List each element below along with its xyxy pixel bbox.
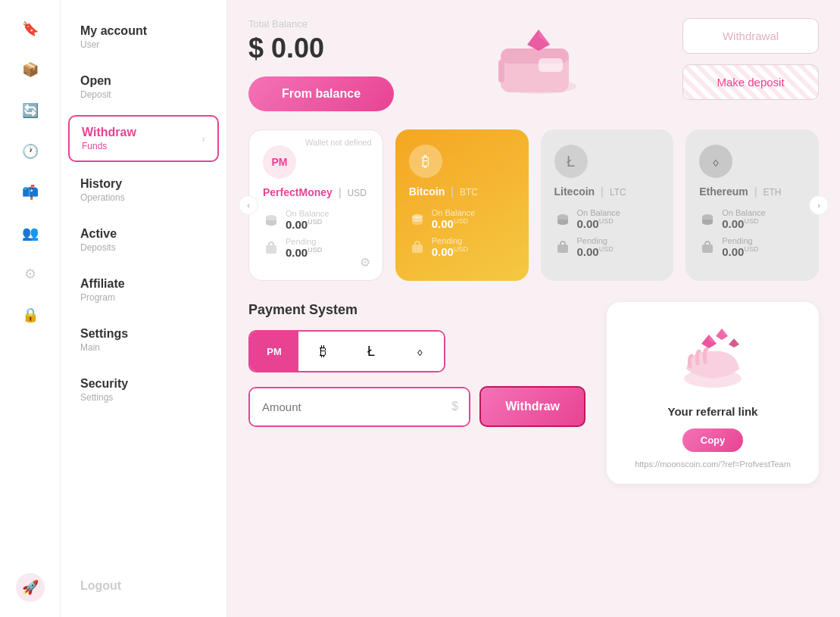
sidebar-icon-refresh[interactable]: 🔄 — [17, 97, 44, 124]
on-balance-row: On Balance 0.00USD — [263, 209, 369, 231]
ltc-database-icon — [554, 211, 571, 228]
nav-item-my-account[interactable]: My account User — [68, 15, 219, 59]
sidebar-icon-gear[interactable]: ⚙ — [17, 260, 44, 288]
tab-pm[interactable]: PM — [250, 332, 298, 371]
pending-info: Pending 0.00USD — [286, 237, 322, 259]
sidebar-icon-box[interactable]: 📦 — [17, 56, 44, 83]
btc-pending-row: Pending 0.00USD — [409, 236, 515, 258]
nav-item-open-deposit[interactable]: Open Deposit — [68, 65, 219, 109]
make-deposit-button[interactable]: Make deposit — [682, 64, 819, 100]
nav-item-settings[interactable]: Settings Main — [68, 318, 219, 362]
dollar-symbol: $ — [451, 400, 458, 413]
box-icon — [263, 240, 279, 257]
payment-left: Payment System PM ₿ Ł ⬨ $ Withdraw — [248, 302, 586, 427]
cards-next-button[interactable]: › — [809, 195, 829, 215]
svg-rect-12 — [557, 245, 568, 253]
eth-on-balance-row: On Balance 0.00USD — [699, 208, 805, 230]
balance-block: Total Balance $ 0.00 From balance — [248, 18, 394, 111]
sidebar-icon-lock[interactable]: 🔒 — [17, 301, 44, 329]
balance-label: Total Balance — [248, 18, 394, 30]
sidebar: 🔖 📦 🔄 🕐 📫 👥 ⚙ 🔒 🚀 — [0, 0, 61, 617]
card-name-eth: Ethereum | ETH — [699, 185, 805, 198]
ltc-icon: Ł — [554, 145, 588, 178]
nav-panel: My account User Open Deposit Withdraw Fu… — [61, 0, 227, 617]
nav-item-active-deposits[interactable]: Active Deposits — [68, 218, 219, 262]
tab-eth[interactable]: ⬨ — [395, 332, 444, 371]
tab-ltc[interactable]: Ł — [347, 332, 395, 371]
pending-row: Pending 0.00USD — [263, 237, 369, 259]
action-buttons: Withdrawal Make deposit — [682, 18, 819, 100]
svg-rect-6 — [498, 60, 504, 83]
ltc-pending-info: Pending 0.00USD — [577, 236, 614, 258]
logout-icon[interactable]: 🚀 — [16, 573, 45, 602]
nav-item-affiliate[interactable]: Affiliate Program — [68, 268, 219, 312]
btc-on-balance-row: On Balance 0.00USD — [409, 208, 515, 230]
wallet-status: Wallet not defined — [305, 138, 372, 147]
sidebar-icon-clock[interactable]: 🕐 — [17, 138, 44, 165]
from-balance-button[interactable]: From balance — [248, 76, 394, 111]
eth-on-balance-info: On Balance 0.00USD — [722, 208, 765, 230]
referral-card: Your referral link Copy https://moonscoi… — [607, 302, 819, 484]
payment-section: Payment System PM ₿ Ł ⬨ $ Withdraw — [248, 302, 819, 484]
balance-amount: $ 0.00 — [248, 33, 394, 64]
eth-icon: ⬨ — [699, 145, 732, 178]
card-litecoin: Ł Litecoin | LTC On Balance 0.00USD Pend… — [541, 129, 674, 281]
eth-database-icon — [699, 211, 716, 228]
logout-item[interactable]: Logout — [68, 570, 219, 602]
nav-item-security[interactable]: Security Settings — [68, 368, 219, 412]
eth-pending-row: Pending 0.00USD — [699, 236, 805, 258]
card-name-pm: PerfectMoney | USD — [263, 186, 369, 198]
svg-rect-8 — [266, 245, 276, 254]
referral-illustration — [667, 317, 758, 393]
btc-pending-info: Pending 0.00USD — [432, 236, 468, 258]
card-ethereum: ⬨ Ethereum | ETH On Balance 0.00USD Pend… — [685, 129, 819, 281]
payment-tabs: PM ₿ Ł ⬨ — [248, 330, 445, 372]
nav-item-withdraw[interactable]: Withdraw Funds › — [68, 115, 219, 162]
svg-rect-3 — [539, 58, 563, 72]
main-content: Total Balance $ 0.00 From balance Withdr… — [227, 0, 840, 617]
nav-item-history[interactable]: History Operations — [68, 168, 219, 212]
btc-box-icon — [409, 239, 426, 256]
card-name-ltc: Litecoin | LTC — [554, 185, 660, 198]
eth-box-icon — [699, 239, 716, 256]
amount-input[interactable] — [250, 388, 469, 425]
sidebar-icon-bookmark[interactable]: 🔖 — [17, 15, 44, 42]
withdraw-button[interactable]: Withdraw — [479, 386, 586, 427]
card-bitcoin: ₿ Bitcoin | BTC On Balance 0.00USD Pendi… — [395, 129, 529, 281]
svg-marker-20 — [729, 338, 739, 347]
card-name-btc: Bitcoin | BTC — [409, 185, 515, 198]
btc-on-balance-info: On Balance 0.00USD — [432, 208, 475, 230]
btc-icon: ₿ — [409, 145, 442, 178]
referral-title: Your referral link — [668, 405, 758, 418]
cards-section: ‹ Wallet not defined PM PerfectMoney | U… — [248, 129, 819, 281]
wallet-illustration — [478, 18, 599, 109]
pm-icon: PM — [263, 145, 296, 179]
cards-prev-button[interactable]: ‹ — [239, 195, 258, 215]
ltc-box-icon — [554, 239, 571, 256]
ltc-pending-row: Pending 0.00USD — [554, 236, 660, 258]
database-icon — [263, 212, 279, 229]
card-settings-icon[interactable]: ⚙ — [360, 255, 370, 270]
referral-link: https://moonscoin.com/?ref=ProfvestTeam — [635, 460, 791, 469]
btc-database-icon — [409, 211, 426, 228]
top-section: Total Balance $ 0.00 From balance Withdr… — [248, 18, 819, 111]
svg-rect-14 — [702, 245, 713, 253]
copy-button[interactable]: Copy — [682, 428, 744, 452]
amount-input-wrap: $ — [248, 387, 470, 427]
payment-title: Payment System — [248, 302, 586, 318]
amount-row: $ Withdraw — [248, 386, 586, 427]
sidebar-icon-users[interactable]: 👥 — [17, 220, 44, 247]
ltc-on-balance-info: On Balance 0.00USD — [577, 208, 620, 230]
ltc-on-balance-row: On Balance 0.00USD — [554, 208, 660, 230]
svg-rect-10 — [412, 245, 423, 253]
card-perfectmoney: Wallet not defined PM PerfectMoney | USD… — [248, 129, 383, 281]
eth-pending-info: Pending 0.00USD — [722, 236, 758, 258]
on-balance-info: On Balance 0.00USD — [286, 209, 329, 231]
withdrawal-button[interactable]: Withdrawal — [682, 18, 819, 54]
sidebar-icon-box2[interactable]: 📫 — [17, 179, 44, 206]
tab-btc[interactable]: ₿ — [298, 332, 347, 371]
chevron-right-icon: › — [201, 132, 205, 145]
